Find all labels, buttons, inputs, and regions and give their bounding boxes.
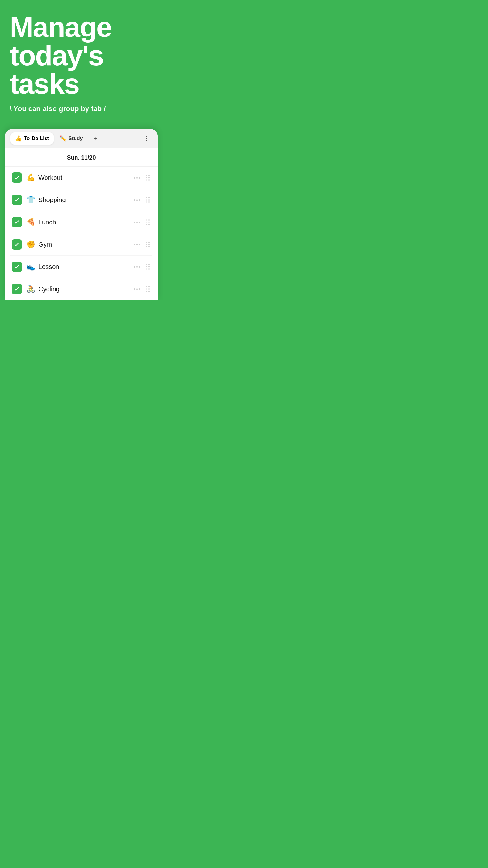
task-actions-lunch xyxy=(132,218,151,226)
task-row-shopping: 👕 Shopping xyxy=(10,189,152,211)
task-row-lesson: 👟 Lesson xyxy=(10,256,152,278)
date-header: Sun, 11/20 xyxy=(5,148,158,166)
task-menu-lunch[interactable] xyxy=(132,220,142,224)
task-actions-cycling xyxy=(132,285,151,293)
task-label-workout: 💪 Workout xyxy=(27,174,127,182)
task-menu-lesson[interactable] xyxy=(132,265,142,269)
task-label-lesson: 👟 Lesson xyxy=(27,262,127,271)
task-menu-cycling[interactable] xyxy=(132,287,142,291)
tab-study[interactable]: ✏️ Study xyxy=(55,132,87,145)
tab-add-button[interactable]: + xyxy=(90,133,101,144)
task-actions-gym xyxy=(132,240,151,249)
task-name-lesson: Lesson xyxy=(38,263,59,271)
hero-section: Manage today's tasks \ You can also grou… xyxy=(0,0,163,129)
task-emoji-gym: ✊ xyxy=(27,240,35,249)
task-menu-gym[interactable] xyxy=(132,243,142,247)
task-row-workout: 💪 Workout xyxy=(10,166,152,189)
tab-study-label: Study xyxy=(68,135,83,142)
task-label-lunch: 🍕 Lunch xyxy=(27,218,127,226)
task-checkbox-gym[interactable] xyxy=(11,239,22,250)
drag-handle-gym[interactable] xyxy=(145,240,151,249)
task-row-lunch: 🍕 Lunch xyxy=(10,211,152,234)
tab-more-button[interactable]: ⋮ xyxy=(141,133,152,144)
task-emoji-cycling: 🚴 xyxy=(27,285,35,293)
hero-title: Manage today's tasks xyxy=(10,13,153,98)
drag-handle-lunch[interactable] xyxy=(145,218,151,226)
task-row-gym: ✊ Gym xyxy=(10,234,152,256)
task-label-shopping: 👕 Shopping xyxy=(27,196,127,204)
task-label-gym: ✊ Gym xyxy=(27,240,127,249)
task-list: 💪 Workout xyxy=(5,166,158,300)
drag-handle-cycling[interactable] xyxy=(145,285,151,293)
tab-bar: 👍 To-Do List ✏️ Study + ⋮ xyxy=(5,129,158,148)
drag-handle-lesson[interactable] xyxy=(145,262,151,271)
task-actions-lesson xyxy=(132,262,151,271)
task-emoji-lesson: 👟 xyxy=(27,262,35,271)
tab-add-icon: + xyxy=(94,134,98,143)
task-checkbox-shopping[interactable] xyxy=(11,195,22,205)
task-menu-shopping[interactable] xyxy=(132,198,142,202)
drag-handle-shopping[interactable] xyxy=(145,196,151,204)
task-actions-workout xyxy=(132,174,151,182)
task-actions-shopping xyxy=(132,196,151,204)
task-name-lunch: Lunch xyxy=(38,219,56,226)
tab-todo-icon: 👍 xyxy=(15,135,22,142)
tab-todo-label: To-Do List xyxy=(24,135,49,142)
task-checkbox-cycling[interactable] xyxy=(11,284,22,294)
more-icon: ⋮ xyxy=(143,134,150,143)
task-checkbox-workout[interactable] xyxy=(11,173,22,183)
task-name-workout: Workout xyxy=(38,174,62,182)
task-emoji-lunch: 🍕 xyxy=(27,218,35,226)
task-emoji-workout: 💪 xyxy=(27,174,35,182)
drag-handle-workout[interactable] xyxy=(145,174,151,182)
task-menu-workout[interactable] xyxy=(132,176,142,180)
task-checkbox-lunch[interactable] xyxy=(11,217,22,227)
task-name-shopping: Shopping xyxy=(38,196,66,204)
app-card: 👍 To-Do List ✏️ Study + ⋮ Sun, 11/20 xyxy=(5,129,158,300)
tab-study-icon: ✏️ xyxy=(59,135,66,142)
hero-subtitle: \ You can also group by tab / xyxy=(10,104,153,113)
task-name-gym: Gym xyxy=(38,241,52,248)
task-name-cycling: Cycling xyxy=(38,285,60,293)
task-label-cycling: 🚴 Cycling xyxy=(27,285,127,293)
tab-todo[interactable]: 👍 To-Do List xyxy=(10,132,54,145)
content-area: Sun, 11/20 💪 Workout xyxy=(5,148,158,300)
task-emoji-shopping: 👕 xyxy=(27,196,35,204)
task-row-cycling: 🚴 Cycling xyxy=(10,278,152,300)
task-checkbox-lesson[interactable] xyxy=(11,261,22,272)
